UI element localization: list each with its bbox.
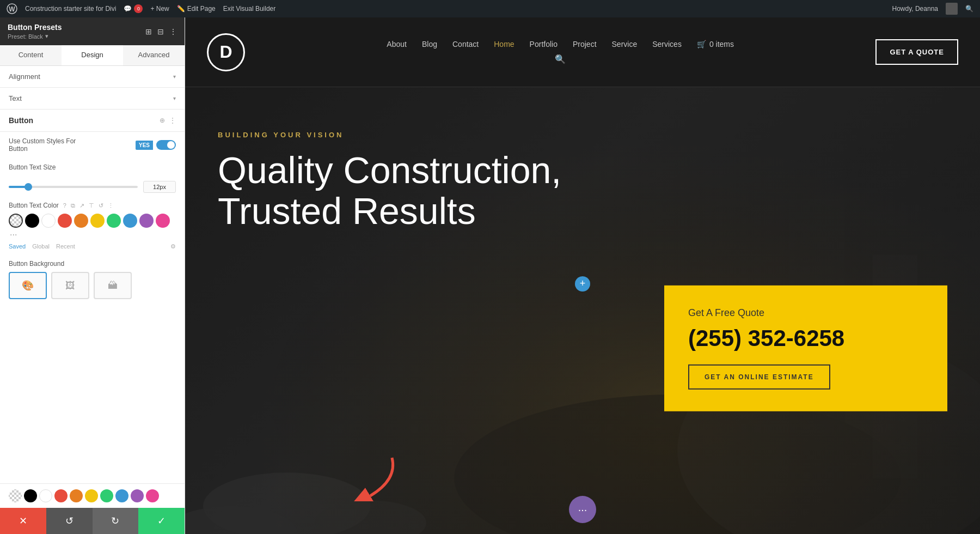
color-swatch-white[interactable] (41, 214, 56, 228)
edit-page-item[interactable]: ✏️ Edit Page (177, 5, 216, 13)
color-tab-saved[interactable]: Saved (9, 243, 26, 250)
button-section: Button ⊕ ⋮ Use Custom Styles ForButton Y… (0, 110, 185, 305)
arrow-icon[interactable]: ↗ (79, 202, 84, 209)
text-section: Text ▾ (0, 88, 185, 110)
grid-icon[interactable]: ⊟ (157, 27, 164, 36)
admin-bar-left: W Construction starter site for Divi 💬 0… (7, 3, 275, 14)
bottom-swatch-black[interactable] (24, 489, 37, 502)
custom-styles-row: Use Custom Styles ForButton YES (0, 132, 185, 158)
nav-search-icon[interactable]: 🔍 (555, 54, 566, 64)
text-size-label: Button Text Size (9, 163, 56, 171)
reset-icon[interactable]: ↺ (99, 202, 103, 209)
more-icon[interactable]: ⋮ (169, 27, 177, 36)
bottom-swatch-blue[interactable] (115, 489, 128, 502)
bg-option-color[interactable]: 🎨 (9, 272, 47, 299)
estimate-button[interactable]: GET AN ONLINE ESTIMATE (688, 365, 830, 390)
hero-title-line1: Quality Construction, (218, 149, 561, 191)
alignment-header[interactable]: Alignment ▾ (0, 66, 185, 87)
nav-project[interactable]: Project (573, 40, 597, 48)
dots-icon[interactable]: ⋮ (108, 202, 114, 209)
desktop-icon[interactable]: ⊞ (145, 27, 152, 36)
save-button[interactable]: ✓ (138, 508, 185, 534)
bg-option-gradient[interactable]: 🖼 (51, 272, 89, 299)
slider-track[interactable] (9, 186, 138, 188)
copy-icon[interactable]: ⧉ (71, 202, 75, 209)
comment-count: 0 (134, 4, 143, 13)
color-tab-recent[interactable]: Recent (56, 243, 75, 250)
tab-content[interactable]: Content (0, 45, 62, 65)
tab-design[interactable]: Design (62, 45, 123, 65)
toggle-slider[interactable] (156, 140, 176, 150)
quote-button[interactable]: GET A QUOTE (875, 39, 958, 65)
text-size-row: Button Text Size (0, 158, 185, 177)
redo-icon: ↻ (111, 515, 119, 527)
panel-preset[interactable]: Preset: Black ▾ (8, 33, 62, 40)
text-header[interactable]: Text ▾ (0, 88, 185, 109)
three-dots-button[interactable]: ··· (569, 496, 596, 523)
pin-icon[interactable]: ⊤ (89, 202, 94, 209)
bg-section: Button Background 🎨 🖼 🏔 (0, 254, 185, 305)
color-swatch-orange[interactable] (74, 214, 88, 228)
bottom-swatch-green[interactable] (100, 489, 113, 502)
nav-portfolio[interactable]: Portfolio (530, 40, 558, 48)
slider-value[interactable]: 12px (143, 181, 176, 193)
undo-button[interactable]: ↺ (46, 508, 93, 534)
user-avatar[interactable] (946, 3, 958, 15)
color-settings-icon[interactable]: ⚙ (170, 243, 176, 250)
nav-services[interactable]: Services (652, 40, 682, 48)
site-name-item[interactable]: Construction starter site for Divi (25, 5, 116, 13)
pencil-icon: ✏️ (177, 5, 185, 13)
alignment-chevron: ▾ (173, 74, 176, 80)
hero-section: BUILDING YOUR VISION Quality Constructio… (185, 87, 980, 534)
question-icon[interactable]: ? (63, 202, 66, 209)
redo-button[interactable]: ↻ (93, 508, 139, 534)
bottom-swatch-checker[interactable] (9, 489, 22, 502)
hero-title: Quality Construction, Trusted Results (218, 150, 642, 232)
bottom-swatch-purple[interactable] (131, 489, 144, 502)
expand-icon[interactable]: ⊕ (160, 117, 165, 124)
color-swatch-pink[interactable] (156, 214, 170, 228)
bottom-swatch-orange[interactable] (70, 489, 83, 502)
chevron-down-icon: ▾ (45, 33, 48, 40)
search-icon[interactable]: 🔍 (965, 5, 973, 13)
nav-cart[interactable]: 🛒 0 items (697, 40, 734, 48)
color-swatch-yellow[interactable] (90, 214, 105, 228)
bottom-swatch-red[interactable] (54, 489, 68, 502)
quote-card-phone: (255) 352-6258 (688, 325, 923, 351)
bottom-swatch-yellow[interactable] (85, 489, 98, 502)
cancel-button[interactable]: ✕ (0, 508, 46, 534)
color-swatch-black[interactable] (25, 214, 39, 228)
toggle-container[interactable]: YES (136, 140, 176, 150)
color-tab-global[interactable]: Global (32, 243, 50, 250)
bg-option-image[interactable]: 🏔 (94, 272, 132, 299)
color-label: Button Text Color (9, 202, 59, 209)
nav-service[interactable]: Service (612, 40, 638, 48)
more-options-icon[interactable]: ⋮ (169, 117, 176, 124)
color-swatch-blue[interactable] (123, 214, 137, 228)
slider-thumb[interactable] (24, 183, 32, 191)
wp-logo-item[interactable]: W (7, 3, 17, 14)
left-panel: Button Presets Preset: Black ▾ ⊞ ⊟ ⋮ Con… (0, 17, 185, 534)
bottom-swatch-white[interactable] (39, 489, 52, 502)
exit-builder-item[interactable]: Exit Visual Builder (223, 5, 276, 13)
nav-about[interactable]: About (387, 40, 407, 48)
nav-blog[interactable]: Blog (422, 40, 437, 48)
nav-home[interactable]: Home (494, 40, 514, 48)
site-name: Construction starter site for Divi (25, 5, 116, 13)
tab-advanced[interactable]: Advanced (123, 45, 185, 65)
color-swatch-red[interactable] (58, 214, 72, 228)
bottom-swatch-pink[interactable] (146, 489, 159, 502)
dots-icon: ··· (578, 503, 587, 516)
add-section-button[interactable]: + (575, 276, 590, 292)
color-swatch-checker[interactable] (9, 214, 23, 228)
nav-contact[interactable]: Contact (452, 40, 479, 48)
color-more-icon[interactable]: ··· (10, 230, 17, 240)
comments-item[interactable]: 💬 0 (124, 4, 143, 13)
text-label: Text (9, 94, 22, 102)
user-greeting: Howdy, Deanna (892, 5, 939, 13)
color-swatch-green[interactable] (107, 214, 121, 228)
cart-icon: 🛒 (697, 40, 706, 48)
color-swatch-purple[interactable] (139, 214, 154, 228)
new-label: + New (150, 5, 169, 13)
new-item[interactable]: + New (150, 5, 169, 13)
